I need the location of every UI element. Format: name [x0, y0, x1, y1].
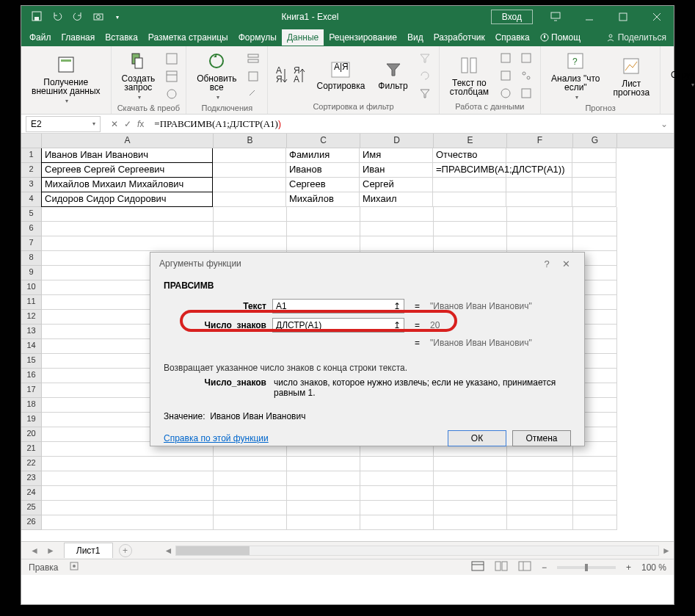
- tellme[interactable]: Помощ: [535, 29, 586, 46]
- ok-button[interactable]: ОК: [448, 430, 506, 446]
- data-model-icon[interactable]: [518, 85, 534, 101]
- filter-button[interactable]: Фильтр: [374, 59, 412, 92]
- login-button[interactable]: Вход: [491, 10, 533, 24]
- minimize-icon[interactable]: [572, 6, 606, 28]
- qat-more-icon[interactable]: ▾: [116, 14, 119, 21]
- col-header-C[interactable]: C: [287, 134, 360, 148]
- save-icon[interactable]: [32, 11, 42, 23]
- zoom-out-icon[interactable]: −: [542, 562, 547, 573]
- view-page-icon[interactable]: [495, 561, 508, 573]
- fx-icon[interactable]: fx: [137, 119, 144, 129]
- undo-icon[interactable]: [52, 11, 62, 23]
- tab-view[interactable]: Вид: [402, 29, 429, 46]
- function-arguments-dialog: Аргументы функции ? ✕ ПРАВСИМВ Текст A1↥…: [150, 252, 585, 446]
- maximize-icon[interactable]: [606, 6, 640, 28]
- col-header-D[interactable]: D: [360, 134, 434, 148]
- active-cell[interactable]: =ПРАВСИМВ(A1;ДЛСТР(A1)): [433, 163, 506, 178]
- row-header[interactable]: 2: [21, 163, 42, 178]
- enter-formula-icon[interactable]: ✓: [124, 119, 131, 129]
- cell[interactable]: Иванов Иван Иванович: [41, 148, 213, 163]
- col-header-B[interactable]: B: [214, 134, 287, 148]
- hscroll-track[interactable]: [175, 546, 659, 556]
- refresh-all-button[interactable]: Обновить все▾: [192, 49, 241, 104]
- from-table-icon[interactable]: [164, 68, 180, 84]
- tab-insert[interactable]: Вставка: [100, 29, 143, 46]
- zoom-slider[interactable]: [557, 566, 616, 569]
- view-break-icon[interactable]: [518, 561, 531, 573]
- select-all-corner[interactable]: [21, 134, 42, 148]
- sheet-tab[interactable]: Лист1: [64, 543, 113, 558]
- share-button[interactable]: Поделиться: [602, 29, 671, 46]
- range-picker-icon[interactable]: ↥: [393, 320, 401, 330]
- expand-formula-bar-icon[interactable]: ⌄: [655, 119, 674, 129]
- camera-icon[interactable]: [93, 11, 103, 23]
- row-header[interactable]: 3: [21, 178, 42, 192]
- flash-fill-icon[interactable]: [498, 50, 514, 66]
- hscroll-thumb[interactable]: [176, 546, 250, 555]
- text-to-columns-button[interactable]: Текст по столбцам: [445, 54, 493, 98]
- row-header[interactable]: 4: [21, 192, 42, 207]
- consolidate-icon[interactable]: [518, 50, 534, 66]
- structure-button[interactable]: Структура▾: [666, 69, 695, 91]
- sort-az-icon[interactable]: АЯ: [274, 68, 290, 84]
- svg-rect-1: [34, 17, 39, 21]
- tab-formulas[interactable]: Формулы: [233, 29, 282, 46]
- clear-filter-icon[interactable]: [417, 50, 433, 66]
- whatif-button[interactable]: ?Анализ "что если"▾: [547, 49, 604, 104]
- view-normal-icon[interactable]: [471, 561, 484, 573]
- sheet-nav-prev-icon[interactable]: ◄: [30, 546, 39, 556]
- properties-icon[interactable]: [245, 68, 261, 84]
- status-mode: Правка: [29, 562, 59, 573]
- arg2-result: 20: [430, 320, 440, 330]
- advanced-filter-icon[interactable]: [417, 85, 433, 101]
- arg2-input[interactable]: ДЛСТР(A1)↥: [272, 318, 404, 333]
- dialog-close-icon[interactable]: ✕: [556, 258, 575, 269]
- relationships-icon[interactable]: [518, 68, 534, 84]
- hscroll-right-icon[interactable]: ►: [659, 546, 674, 556]
- formula-input[interactable]: =ПРАВСИМВ(A1;ДЛСТР(A1)): [150, 117, 655, 131]
- col-header-G[interactable]: G: [573, 134, 617, 148]
- tab-layout[interactable]: Разметка страницы: [143, 29, 233, 46]
- dialog-help-icon[interactable]: ?: [537, 258, 556, 269]
- hscroll-left-icon[interactable]: ◄: [161, 546, 176, 556]
- sheet-nav-next-icon[interactable]: ►: [46, 546, 55, 556]
- edit-links-icon[interactable]: [245, 86, 261, 102]
- forecast-sheet-button[interactable]: Лист прогноза: [609, 54, 655, 98]
- col-header-E[interactable]: E: [434, 134, 507, 148]
- col-header-F[interactable]: F: [507, 134, 573, 148]
- cancel-formula-icon[interactable]: ✕: [111, 119, 118, 129]
- zoom-in-icon[interactable]: +: [626, 562, 631, 573]
- arg1-input[interactable]: A1↥: [272, 299, 404, 314]
- svg-rect-23: [249, 72, 258, 81]
- show-queries-icon[interactable]: [164, 51, 180, 67]
- recent-sources-icon[interactable]: [164, 86, 180, 102]
- tab-home[interactable]: Главная: [57, 29, 101, 46]
- function-help-link[interactable]: Справка по этой функции: [164, 433, 269, 443]
- close-icon[interactable]: [640, 6, 674, 28]
- new-query-button[interactable]: Создать запрос▾: [117, 49, 160, 104]
- sort-za-icon[interactable]: ЯА: [291, 68, 308, 84]
- get-external-data-button[interactable]: Получение внешних данных▾: [27, 53, 105, 107]
- reapply-icon[interactable]: [417, 68, 433, 84]
- sort-button[interactable]: А|ЯСортировка: [312, 59, 369, 92]
- remove-dup-icon[interactable]: [498, 68, 514, 84]
- col-header-A[interactable]: A: [42, 134, 214, 148]
- svg-rect-4: [551, 12, 560, 18]
- data-validation-icon[interactable]: [498, 85, 514, 101]
- range-picker-icon[interactable]: ↥: [393, 301, 401, 311]
- macro-record-icon[interactable]: [69, 561, 79, 573]
- tab-review[interactable]: Рецензирование: [324, 29, 402, 46]
- formula-bar: E2▾ ✕ ✓ fx =ПРАВСИМВ(A1;ДЛСТР(A1)) ⌄: [21, 115, 674, 134]
- new-sheet-button[interactable]: +: [119, 544, 132, 557]
- tab-data[interactable]: Данные: [282, 29, 324, 46]
- zoom-level[interactable]: 100 %: [641, 562, 666, 573]
- tab-developer[interactable]: Разработчик: [429, 29, 490, 46]
- row-header[interactable]: 1: [21, 148, 42, 163]
- tab-help[interactable]: Справка: [490, 29, 535, 46]
- connections-icon[interactable]: [245, 51, 261, 67]
- ribbon-options-icon[interactable]: [539, 6, 572, 28]
- redo-icon[interactable]: [73, 11, 83, 23]
- tab-file[interactable]: Файл: [24, 29, 57, 46]
- name-box[interactable]: E2▾: [26, 116, 101, 132]
- cancel-button[interactable]: Отмена: [512, 430, 571, 446]
